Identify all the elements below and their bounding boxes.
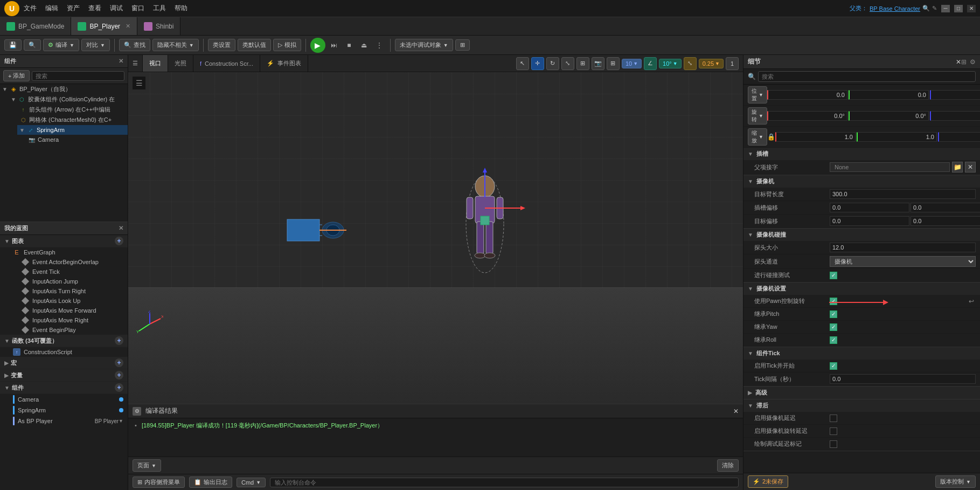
hamburger-menu-button[interactable]: ☰ — [128, 55, 143, 72]
rotation-x-input[interactable] — [767, 111, 847, 121]
details-close-button[interactable]: ✕ — [956, 58, 961, 66]
tree-item-bp-player[interactable]: ▼ ◈ BP_Player（自我） — [0, 84, 128, 94]
compiler-output-close[interactable]: ✕ — [733, 408, 739, 415]
camera-collision-header[interactable]: ▼ 摄像机碰撞 — [743, 229, 980, 241]
add-variable-button[interactable]: + — [115, 371, 123, 379]
camera-settings-header[interactable]: ▼ 摄像机设置 — [743, 282, 980, 295]
scale-snap-button[interactable]: ⤡ — [684, 57, 697, 70]
3d-viewport[interactable]: ☰ X Y Z — [128, 72, 743, 404]
menu-view[interactable]: 查看 — [88, 4, 101, 13]
simulate-button[interactable]: ▷ 模拟 — [273, 39, 301, 51]
draw-debug-checkbox[interactable] — [830, 440, 837, 448]
step-button[interactable]: ⏭ — [328, 39, 340, 52]
grid-snap-button[interactable]: ⊞ — [607, 57, 620, 70]
settings-icon[interactable]: ⚙ — [970, 58, 976, 66]
probe-channel-select[interactable]: 摄像机 — [830, 256, 976, 267]
mybp-close-button[interactable]: ✕ — [119, 225, 123, 232]
camera-speed-button[interactable]: 📷 — [592, 57, 604, 70]
find-in-bp-button[interactable]: 🔍 — [24, 39, 41, 51]
var-springarm-item[interactable]: SpringArm — [0, 405, 128, 416]
rotate-tool-button[interactable]: ↻ — [546, 57, 559, 70]
tree-item-arrow[interactable]: ↑ 箭头组件 (Arrow) 在C++中编辑 — [17, 105, 128, 115]
browse-button[interactable]: 📁 — [952, 162, 963, 172]
menu-file[interactable]: 文件 — [24, 4, 37, 13]
components-search[interactable] — [32, 71, 124, 81]
tab-shinbi[interactable]: Shinbi — [137, 17, 180, 35]
unsaved-button[interactable]: ⚡ 2未保存 — [748, 475, 788, 488]
inputaxis-moveforward-item[interactable]: InputAxis Move Forward — [17, 306, 128, 315]
menu-help[interactable]: 帮助 — [175, 4, 187, 13]
restore-button[interactable]: □ — [954, 5, 963, 12]
menu-window[interactable]: 窗口 — [131, 4, 144, 13]
advanced-section-header[interactable]: ▶ 高级 — [743, 387, 980, 399]
class-settings-button[interactable]: 类设置 — [208, 39, 235, 51]
menu-edit[interactable]: 编辑 — [45, 4, 58, 13]
compile-button[interactable]: ⚙ 编译 ▼ — [43, 39, 79, 51]
scale-x-input[interactable] — [775, 132, 856, 142]
output-log-button[interactable]: 📋 输出日志 — [189, 477, 232, 488]
play-button[interactable]: ▶ — [310, 38, 325, 53]
content-drawer-button[interactable]: ⊞ 内容侧滑菜单 — [133, 477, 185, 488]
probe-size-input[interactable] — [830, 243, 976, 252]
eventgraph-item[interactable]: E EventGraph — [9, 247, 128, 257]
add-macro-button[interactable]: + — [115, 358, 123, 367]
console-input[interactable] — [270, 478, 739, 487]
edit-icon[interactable]: ✎ — [932, 5, 937, 12]
construction-script-item[interactable]: f ConstructionScript — [9, 347, 128, 357]
more-options-button[interactable]: ⋮ — [373, 39, 386, 52]
event-graph-tab[interactable]: ⚡ 事件图表 — [260, 55, 308, 72]
viewport-tab[interactable]: 视口 — [143, 55, 168, 72]
inputaxis-turnright-item[interactable]: InputAxis Turn Right — [17, 286, 128, 296]
details-search-input[interactable] — [758, 71, 976, 82]
transform-space-button[interactable]: ⊞ — [576, 57, 589, 70]
menu-debug[interactable]: 调试 — [110, 4, 123, 13]
camera-lag-checkbox[interactable] — [830, 415, 837, 422]
stop-button[interactable]: ■ — [343, 39, 356, 52]
add-component-button[interactable]: + 添加 — [3, 70, 30, 81]
start-with-tick-checkbox[interactable] — [830, 362, 837, 370]
inherit-yaw-checkbox[interactable] — [830, 323, 837, 331]
hide-unrelated-button[interactable]: 隐藏不相关 ▼ — [152, 39, 199, 51]
minimize-button[interactable]: ─ — [941, 5, 950, 12]
camera-rotation-lag-checkbox[interactable] — [830, 427, 837, 435]
debug-options-button[interactable]: ⊞ — [455, 39, 470, 51]
position-x-input[interactable] — [767, 90, 847, 100]
viewport-options-button[interactable]: ☰ — [133, 77, 145, 89]
construction-script-tab[interactable]: f Construction Scr... — [193, 55, 260, 72]
grid-size-button[interactable]: 10 ▼ — [622, 59, 642, 68]
rotation-value-button[interactable]: 10° ▼ — [659, 59, 682, 68]
tab-player[interactable]: BP_Player ✕ — [71, 17, 137, 35]
components-vars-section-header[interactable]: ▼ 组件 + — [0, 382, 128, 394]
rotation-snap-button[interactable]: ∠ — [644, 57, 657, 70]
add-graph-button[interactable]: + — [115, 237, 123, 245]
version-control-button[interactable]: 版本控制 ▼ — [935, 475, 976, 488]
event-actoroverlap-item[interactable]: Event ActorBeginOverlap — [17, 257, 128, 267]
position-y-input[interactable] — [849, 90, 929, 100]
scale-z-input[interactable] — [938, 132, 980, 142]
tree-item-mesh[interactable]: ⬡ 网格体 (CharacterMesh0) 在C+ — [17, 115, 128, 125]
event-tick-item[interactable]: Event Tick — [17, 267, 128, 277]
use-pawn-rotation-checkbox[interactable] — [830, 298, 837, 305]
position-type-button[interactable]: 位置 ▼ — [748, 86, 767, 103]
target-offset-x[interactable] — [830, 216, 909, 226]
var-camera-item[interactable]: Camera — [0, 394, 128, 405]
component-tick-header[interactable]: ▼ 组件Tick — [743, 347, 980, 360]
collision-test-checkbox[interactable] — [830, 272, 837, 279]
search-icon[interactable]: 🔍 — [922, 5, 930, 12]
graphs-section-header[interactable]: ▼ 图表 + — [0, 235, 128, 247]
debug-target-dropdown[interactable]: 未选中调试对象 ▼ — [395, 39, 453, 51]
menu-asset[interactable]: 资产 — [67, 4, 80, 13]
inherit-pitch-checkbox[interactable] — [830, 310, 837, 318]
add-function-button[interactable]: + — [115, 336, 123, 345]
functions-section-header[interactable]: ▼ 函数 (34可覆盖） + — [0, 335, 128, 347]
rotation-type-button[interactable]: 旋转 ▼ — [748, 107, 767, 125]
add-comp-var-button[interactable]: + — [115, 383, 123, 392]
inputaxis-moveright-item[interactable]: InputAxis Move Right — [17, 315, 128, 325]
diff-button[interactable]: 对比 ▼ — [81, 39, 110, 51]
event-beginplay-item[interactable]: Event BeginPlay — [17, 325, 128, 335]
scale-type-button[interactable]: 缩放 ▼ — [748, 128, 767, 146]
macros-section-header[interactable]: ▶ 宏 + — [0, 357, 128, 369]
scale-lock-icon[interactable]: 🔒 — [767, 133, 775, 141]
rotation-z-input[interactable] — [930, 111, 980, 121]
lighting-tab[interactable]: 光照 — [168, 55, 193, 72]
